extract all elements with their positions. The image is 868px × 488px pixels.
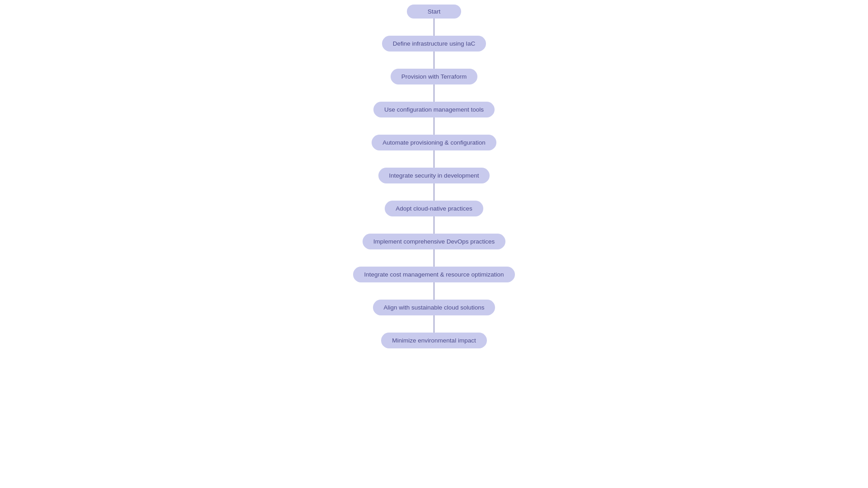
connector-1 xyxy=(434,19,434,36)
connector-6 xyxy=(434,183,434,201)
connector-8 xyxy=(434,249,434,267)
node-start: Start xyxy=(407,5,461,19)
connector-7 xyxy=(434,216,434,234)
connector-10 xyxy=(434,315,434,333)
node-automate-provision: Automate provisioning & configuration xyxy=(372,135,496,150)
node-integrate-security: Integrate security in development xyxy=(378,168,490,183)
connector-5 xyxy=(434,150,434,168)
connector-2 xyxy=(434,52,434,69)
flowchart: Start Define infrastructure using IaC Pr… xyxy=(0,0,868,348)
node-provision-terraform: Provision with Terraform xyxy=(391,69,478,84)
node-minimize-env: Minimize environmental impact xyxy=(381,333,486,348)
node-config-mgmt: Use configuration management tools xyxy=(373,102,495,117)
node-devops-practices: Implement comprehensive DevOps practices xyxy=(363,234,506,249)
connector-3 xyxy=(434,84,434,102)
connector-4 xyxy=(434,117,434,135)
node-cost-mgmt: Integrate cost management & resource opt… xyxy=(353,267,514,282)
connector-9 xyxy=(434,282,434,300)
node-cloud-native: Adopt cloud-native practices xyxy=(385,201,483,216)
node-sustainable-cloud: Align with sustainable cloud solutions xyxy=(373,300,495,315)
node-define-iac: Define infrastructure using IaC xyxy=(382,36,486,52)
